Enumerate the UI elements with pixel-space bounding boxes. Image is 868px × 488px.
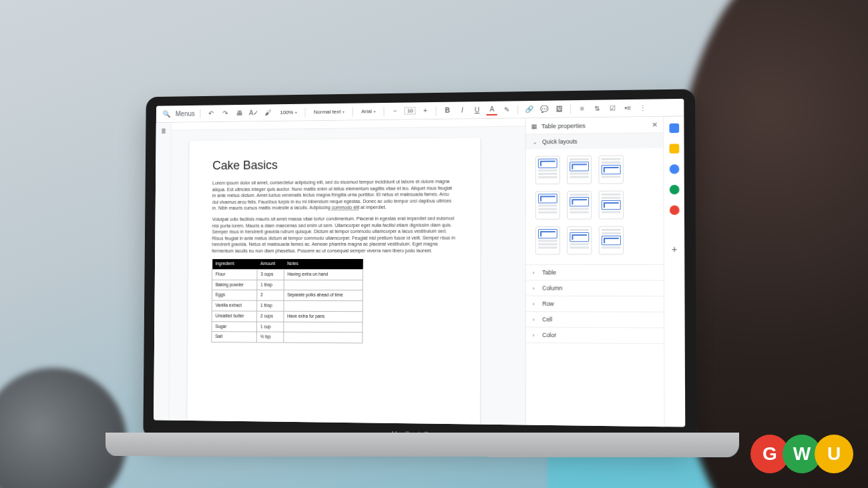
font-size-input[interactable]: 10 xyxy=(405,107,416,114)
print-icon[interactable]: 🖶 xyxy=(234,107,245,118)
doc-paragraph-1[interactable]: Lorem ipsum dolor sit amet, consectetur … xyxy=(212,178,456,211)
section-quick-layouts[interactable]: ⌄ Quick layouts xyxy=(525,133,663,149)
add-addon-icon[interactable]: + xyxy=(672,244,678,254)
ingredients-table[interactable]: Ingredient Amount Notes Flour3 cupsHavin… xyxy=(211,259,363,344)
document-canvas: Cake Basics Lorem ipsum dolor sit amet, … xyxy=(169,118,525,425)
table-cell[interactable]: 1 cup xyxy=(257,322,284,332)
contacts-icon[interactable] xyxy=(669,185,679,194)
highlight-icon[interactable]: ✎ xyxy=(501,104,512,115)
keep-icon[interactable] xyxy=(669,144,679,153)
chevron-down-icon: ⌄ xyxy=(533,139,538,145)
tasks-icon[interactable] xyxy=(669,164,679,174)
chevron-right-icon: › xyxy=(533,332,538,338)
table-row[interactable]: Flour3 cupsHaving extra on hand xyxy=(212,269,363,280)
layout-option[interactable] xyxy=(567,156,592,184)
layout-option[interactable] xyxy=(535,191,560,220)
paint-format-icon[interactable]: 🖌 xyxy=(263,107,274,118)
style-select[interactable]: Normal text xyxy=(311,109,347,115)
laptop-base xyxy=(105,433,739,457)
layout-option[interactable] xyxy=(535,156,560,184)
table-cell[interactable]: Baking powder xyxy=(212,280,257,290)
layout-option[interactable] xyxy=(535,226,560,255)
table-cell[interactable] xyxy=(283,332,363,343)
comment-icon[interactable]: 💬 xyxy=(539,103,550,114)
close-icon[interactable]: ✕ xyxy=(652,121,657,128)
table-cell[interactable]: 2 cups xyxy=(257,311,284,322)
table-row[interactable]: Sugar1 cup xyxy=(212,321,363,332)
image-icon[interactable]: 🖼 xyxy=(554,103,565,114)
italic-icon[interactable]: I xyxy=(457,105,467,115)
table-row[interactable]: Salt½ tsp xyxy=(212,332,363,343)
doc-paragraph-2[interactable]: Volutpat odio facilisis mauris sit amet … xyxy=(212,216,455,254)
text-color-icon[interactable]: A xyxy=(487,104,497,115)
chevron-right-icon: › xyxy=(533,270,538,276)
table-cell[interactable]: Vanilla extract xyxy=(212,300,257,311)
table-cell[interactable] xyxy=(284,280,363,290)
table-cell[interactable]: Eggs xyxy=(212,290,257,301)
table-header[interactable]: Notes xyxy=(284,259,363,269)
section-cell[interactable]: ›Cell xyxy=(526,312,664,327)
chevron-right-icon: › xyxy=(533,285,538,291)
table-row[interactable]: Baking powder1 tbsp xyxy=(212,280,363,290)
table-cell[interactable]: Having extra on hand xyxy=(284,269,363,280)
table-cell[interactable] xyxy=(284,300,363,311)
search-icon[interactable]: 🔍 xyxy=(162,109,172,119)
align-icon[interactable]: ≡ xyxy=(577,103,588,113)
bullet-list-icon[interactable]: •≡ xyxy=(622,103,634,113)
table-cell[interactable]: 1 tbsp xyxy=(257,300,284,311)
section-table[interactable]: ›Table xyxy=(525,265,663,280)
table-cell[interactable]: 1 tbsp xyxy=(257,280,284,290)
table-header[interactable]: Ingredient xyxy=(212,259,258,269)
table-cell[interactable]: Have extra for pans xyxy=(284,311,363,322)
screen: 🔍 Menus ↶ ↷ 🖶 A✓ 🖌 100% Normal text Aria… xyxy=(154,99,685,427)
line-spacing-icon[interactable]: ⇅ xyxy=(592,103,603,113)
redo-icon[interactable]: ↷ xyxy=(220,108,230,119)
table-row[interactable]: Vanilla extract1 tbsp xyxy=(212,300,363,311)
outline-icon[interactable]: ≣ xyxy=(158,128,166,421)
zoom-select[interactable]: 100% xyxy=(277,109,300,115)
table-icon: ▦ xyxy=(531,123,537,130)
menus-label[interactable]: Menus xyxy=(176,108,195,119)
gwu-u: U xyxy=(815,435,853,473)
layout-option[interactable] xyxy=(567,191,592,220)
layout-option[interactable] xyxy=(599,226,624,255)
layout-option[interactable] xyxy=(599,191,624,220)
underline-icon[interactable]: U xyxy=(471,105,482,115)
table-cell[interactable]: Sugar xyxy=(212,321,257,332)
calendar-icon[interactable] xyxy=(669,124,679,133)
laptop-frame: 🔍 Menus ↶ ↷ 🖶 A✓ 🖌 100% Normal text Aria… xyxy=(143,89,696,447)
table-cell[interactable]: Separate yolks ahead of time xyxy=(284,290,363,301)
table-row[interactable]: Eggs2Separate yolks ahead of time xyxy=(212,290,363,301)
table-cell[interactable] xyxy=(283,322,363,332)
font-size-increase[interactable]: + xyxy=(420,105,431,116)
more-icon[interactable]: ⋮ xyxy=(638,102,649,113)
bold-icon[interactable]: B xyxy=(442,105,453,115)
table-cell[interactable]: Unsalted butter xyxy=(212,311,257,322)
table-row[interactable]: Unsalted butter2 cupsHave extra for pans xyxy=(212,311,363,322)
page[interactable]: Cake Basics Lorem ipsum dolor sit amet, … xyxy=(187,138,480,425)
layout-option[interactable] xyxy=(598,156,623,184)
table-header[interactable]: Amount xyxy=(257,259,284,269)
doc-title[interactable]: Cake Basics xyxy=(212,156,456,174)
panel-title: Table properties xyxy=(541,121,648,130)
quick-layouts-grid xyxy=(525,148,663,264)
maps-icon[interactable] xyxy=(669,206,679,215)
spellcheck-icon[interactable]: A✓ xyxy=(248,107,259,118)
table-cell[interactable]: Flour xyxy=(212,269,258,280)
layout-option[interactable] xyxy=(567,226,592,255)
font-select[interactable]: Arial xyxy=(359,108,379,114)
chevron-right-icon: › xyxy=(533,316,538,322)
table-cell[interactable]: Salt xyxy=(212,332,257,342)
table-properties-panel: ▦ Table properties ✕ ⌄ Quick layouts xyxy=(525,117,664,427)
table-cell[interactable]: 3 cups xyxy=(257,269,284,280)
section-row[interactable]: ›Row xyxy=(526,296,664,312)
checklist-icon[interactable]: ☑ xyxy=(607,103,618,113)
undo-icon[interactable]: ↶ xyxy=(206,108,216,119)
section-color[interactable]: ›Color xyxy=(526,328,664,344)
link-icon[interactable]: 🔗 xyxy=(524,103,535,114)
table-cell[interactable]: 2 xyxy=(257,290,284,301)
chevron-right-icon: › xyxy=(533,300,538,306)
font-size-decrease[interactable]: − xyxy=(390,105,401,116)
section-column[interactable]: ›Column xyxy=(525,280,663,296)
table-cell[interactable]: ½ tsp xyxy=(256,332,283,342)
